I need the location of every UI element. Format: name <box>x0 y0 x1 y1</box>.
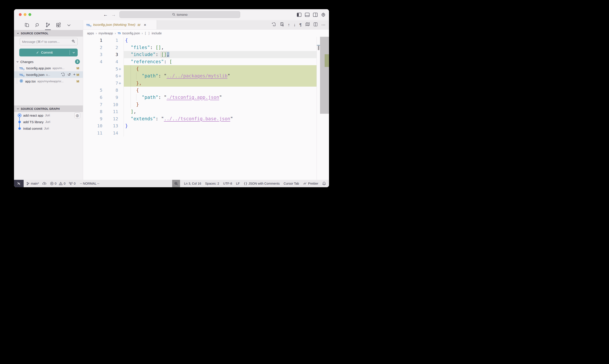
code-line[interactable]: 710 } <box>83 101 329 108</box>
zoom-window-button[interactable] <box>28 13 31 16</box>
source-control-graph-header[interactable]: SOURCE CONTROL GRAPH <box>14 105 83 112</box>
commit-row[interactable]: Initial commitJuri <box>14 125 83 132</box>
commit-row[interactable]: add react appJuri◎ <box>14 112 83 118</box>
code-line[interactable]: 6+ "path": "../../packages/mytslib" <box>83 72 329 80</box>
commit-row[interactable]: add TS libraryJuri <box>14 118 83 125</box>
remote-indicator[interactable] <box>14 180 24 187</box>
code-text[interactable]: "extends": "../../tsconfig.base.json" <box>124 115 317 122</box>
eol-item[interactable]: LF <box>236 182 240 185</box>
more-actions-icon[interactable]: ⋯ <box>321 23 325 27</box>
code-text[interactable] <box>124 130 317 137</box>
code-line[interactable]: 22 "files": [], <box>83 44 329 51</box>
minimize-window-button[interactable] <box>24 13 26 16</box>
breadcrumb-item-tsconfig.json[interactable]: tsconfig.json <box>122 31 140 35</box>
map-icon[interactable] <box>305 22 310 27</box>
code-line[interactable]: 33 "include": [], <box>83 51 329 58</box>
source-control-icon[interactable] <box>45 20 51 30</box>
code-text[interactable]: "references": [ <box>124 58 317 65</box>
code-text[interactable]: { <box>124 37 317 44</box>
added-code-line[interactable]: }, <box>124 80 317 87</box>
added-code-line[interactable]: { <box>124 65 317 72</box>
zoom-indicator-chip[interactable] <box>172 180 180 187</box>
cursor-position-item[interactable]: Ln 3, Col 16 <box>184 182 201 185</box>
vim-mode-indicator[interactable]: -- NORMAL -- <box>80 182 99 185</box>
checkout-target-button[interactable]: ◎ <box>74 112 80 118</box>
open-file-icon[interactable] <box>61 72 65 77</box>
file-row-app.tsx[interactable]: app.tsxapps/myviteapp/sr...M <box>14 78 83 84</box>
code-line[interactable]: 11{ <box>83 37 329 44</box>
commit-message: add react app <box>23 114 43 117</box>
stage-changes-icon[interactable]: + <box>73 73 76 77</box>
commit-message-box[interactable] <box>20 38 78 45</box>
code-text[interactable]: "files": [], <box>124 44 317 51</box>
toggle-secondary-sidebar-icon[interactable] <box>313 13 318 17</box>
discard-changes-icon[interactable]: ↺ <box>67 73 71 77</box>
gutter: 1114 <box>83 130 124 137</box>
commit-button[interactable]: ✓ Commit <box>19 49 78 56</box>
branch-status-item[interactable]: main* <box>26 182 39 185</box>
close-window-button[interactable] <box>19 13 22 16</box>
code-line[interactable]: 58 { <box>83 87 329 94</box>
next-change-icon[interactable]: ↓ <box>294 23 296 27</box>
code-line[interactable]: 5+ { <box>83 65 329 72</box>
code-line[interactable]: 7+ }, <box>83 80 329 87</box>
previous-change-icon[interactable]: ↑ <box>288 23 290 27</box>
code-line[interactable]: 912 "extends": "../../tsconfig.base.json… <box>83 115 329 122</box>
code-text[interactable]: ], <box>124 108 317 115</box>
settings-gear-icon[interactable] <box>321 13 325 17</box>
file-row-tsconfig.json[interactable]: TS⚙tsconfig.jsona...↺+M <box>14 71 83 78</box>
path-link[interactable]: ./tsconfig.app.json <box>167 95 219 100</box>
go-to-file-icon[interactable] <box>272 22 276 27</box>
code-editor[interactable]: 11{22 "files": [],33 "include": [],44 "r… <box>83 37 329 180</box>
forward-icon[interactable]: → <box>111 12 116 17</box>
changes-section-header[interactable]: Changes 3 <box>14 59 83 65</box>
toggle-primary-sidebar-icon[interactable] <box>297 13 301 17</box>
code-text[interactable]: "path": "./tsconfig.app.json" <box>124 94 317 101</box>
sync-changes-item[interactable] <box>42 182 47 185</box>
scrollbar-thumb[interactable] <box>320 37 329 114</box>
breadcrumb-item-apps[interactable]: apps <box>87 31 94 35</box>
more-views-chevron-icon[interactable] <box>66 20 72 30</box>
breadcrumb-item-myviteapp[interactable]: myviteapp <box>98 31 113 35</box>
explorer-icon[interactable] <box>24 20 30 30</box>
toggle-panel-icon[interactable] <box>305 13 310 17</box>
code-line[interactable]: 811 ], <box>83 108 329 115</box>
formatter-item[interactable]: ✓✓ Prettier <box>303 182 318 185</box>
commit-message-input[interactable] <box>22 40 72 43</box>
cursor-tab-item[interactable]: Cursor Tab <box>284 182 299 185</box>
code-text[interactable]: } <box>124 122 317 130</box>
code-line[interactable]: 1114 <box>83 130 329 137</box>
notifications-bell-icon[interactable] <box>322 182 326 185</box>
source-control-section-header[interactable]: SOURCE CONTROL <box>14 30 83 37</box>
path-link[interactable]: ../../packages/mytslib <box>167 73 228 78</box>
split-editor-icon[interactable] <box>313 22 318 27</box>
whitespace-pilcrow-icon[interactable]: ¶ <box>299 23 302 27</box>
search-sidebar-icon[interactable] <box>35 20 40 30</box>
code-text[interactable]: "include": [], <box>124 51 317 58</box>
minimap[interactable] <box>317 37 320 180</box>
open-changes-editor-icon[interactable] <box>280 22 284 27</box>
code-line[interactable]: 69 "path": "./tsconfig.app.json" <box>83 94 329 101</box>
remote-icon <box>17 182 21 185</box>
tab-close-icon[interactable]: × <box>144 23 146 27</box>
copilot-sparkle-icon[interactable] <box>72 39 75 44</box>
indentation-item[interactable]: Spaces: 2 <box>205 182 219 185</box>
code-text[interactable]: } <box>124 101 317 108</box>
file-row-tsconfig.app.json[interactable]: TS⚙tsconfig.app.jsonapps/m...M <box>14 65 83 71</box>
gutter: 811 <box>83 108 124 115</box>
back-icon[interactable]: ← <box>103 12 108 17</box>
code-line[interactable]: 1013} <box>83 122 329 130</box>
ports-item[interactable]: 0 <box>69 182 76 185</box>
command-center-search[interactable]: tsmono <box>119 11 240 18</box>
code-text[interactable]: { <box>124 87 317 94</box>
commit-dropdown-button[interactable] <box>70 51 78 54</box>
language-mode-item[interactable]: {} JSON with Comments <box>244 182 280 185</box>
tab-tsconfig-json[interactable]: TS⚙ tsconfig.json (Working Tree) M × <box>83 20 157 29</box>
breadcrumb-item-include[interactable]: include <box>152 31 162 35</box>
extensions-icon[interactable] <box>56 20 61 30</box>
encoding-item[interactable]: UTF-8 <box>223 182 232 185</box>
problems-item[interactable]: 0 0 <box>50 182 65 185</box>
code-line[interactable]: 44 "references": [ <box>83 58 329 65</box>
added-code-line[interactable]: "path": "../../packages/mytslib" <box>124 72 317 80</box>
path-link[interactable]: ../../tsconfig.base.json <box>164 116 230 121</box>
